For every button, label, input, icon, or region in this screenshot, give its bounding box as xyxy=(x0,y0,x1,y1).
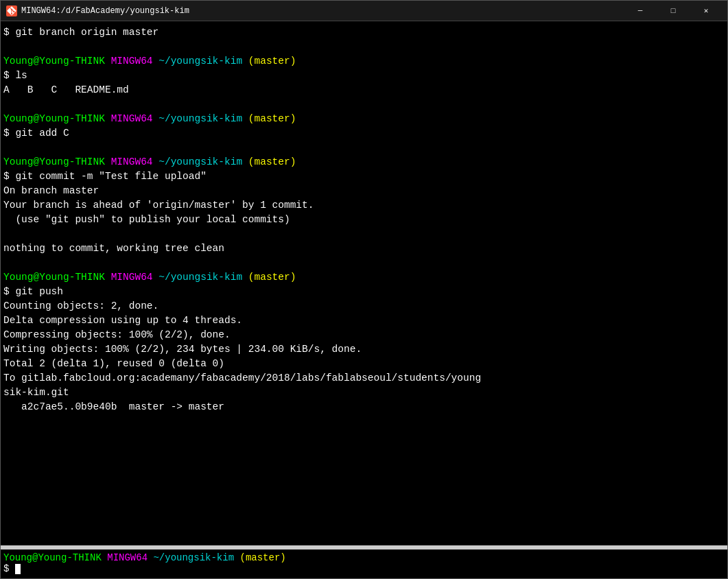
terminal-line: $ git commit -m "Test file upload" xyxy=(3,169,725,184)
terminal-line: Your branch is ahead of 'origin/master' … xyxy=(3,198,725,213)
terminal-prompt: Young@Young-THINK MINGW64 ~/youngsik-kim… xyxy=(3,112,725,126)
terminal-line: To gitlab.fabcloud.org:academany/fabacad… xyxy=(3,371,725,386)
window-title: MINGW64:/d/FabAcademy/youngsik-kim xyxy=(21,6,624,16)
terminal-line: nothing to commit, working tree clean xyxy=(3,241,725,256)
terminal-line xyxy=(3,97,725,112)
maximize-button[interactable]: □ xyxy=(657,1,689,21)
terminal-line xyxy=(3,40,725,54)
terminal-line xyxy=(3,256,725,270)
terminal-prompt: Young@Young-THINK MINGW64 ~/youngsik-kim… xyxy=(3,54,725,69)
terminal-prompt: Young@Young-THINK MINGW64 ~/youngsik-kim… xyxy=(3,270,725,285)
close-button[interactable]: ✕ xyxy=(690,1,722,21)
terminal-line: $ git branch origin master xyxy=(3,25,725,40)
terminal-line: $ ls xyxy=(3,69,725,83)
terminal-line: sik-kim.git xyxy=(3,386,725,400)
terminal-line: $ git push xyxy=(3,285,725,299)
bottom-prompt-area: Young@Young-THINK MINGW64 ~/youngsik-kim… xyxy=(1,550,727,578)
terminal-prompt: Young@Young-THINK MINGW64 ~/youngsik-kim… xyxy=(3,155,725,169)
terminal-line: A B C README.md xyxy=(3,83,725,97)
terminal-line xyxy=(3,227,725,241)
terminal-body[interactable]: $ git branch origin master Young@Young-T… xyxy=(1,21,727,545)
terminal-cursor xyxy=(15,564,21,574)
terminal-prompt-bottom: Young@Young-THINK MINGW64 ~/youngsik-kim… xyxy=(3,552,725,563)
terminal-line xyxy=(3,141,725,155)
terminal-line: Compressing objects: 100% (2/2), done. xyxy=(3,328,725,342)
minimize-button[interactable]: ─ xyxy=(624,1,656,21)
terminal-line: Writing objects: 100% (2/2), 234 bytes |… xyxy=(3,342,725,357)
window-controls: ─ □ ✕ xyxy=(624,1,722,21)
terminal-window: MINGW64:/d/FabAcademy/youngsik-kim ─ □ ✕… xyxy=(0,0,728,579)
terminal-line: a2c7ae5..0b9e40b master -> master xyxy=(3,400,725,414)
terminal-line: (use "git push" to publish your local co… xyxy=(3,213,725,227)
titlebar: MINGW64:/d/FabAcademy/youngsik-kim ─ □ ✕ xyxy=(1,1,727,21)
terminal-line: Total 2 (delta 1), reused 0 (delta 0) xyxy=(3,357,725,371)
terminal-line: Delta compression using up to 4 threads. xyxy=(3,314,725,328)
app-icon xyxy=(6,5,17,16)
terminal-input-line[interactable]: $ xyxy=(3,563,725,574)
terminal-line: Counting objects: 2, done. xyxy=(3,299,725,314)
terminal-line: On branch master xyxy=(3,184,725,198)
terminal-line: $ git add C xyxy=(3,126,725,141)
